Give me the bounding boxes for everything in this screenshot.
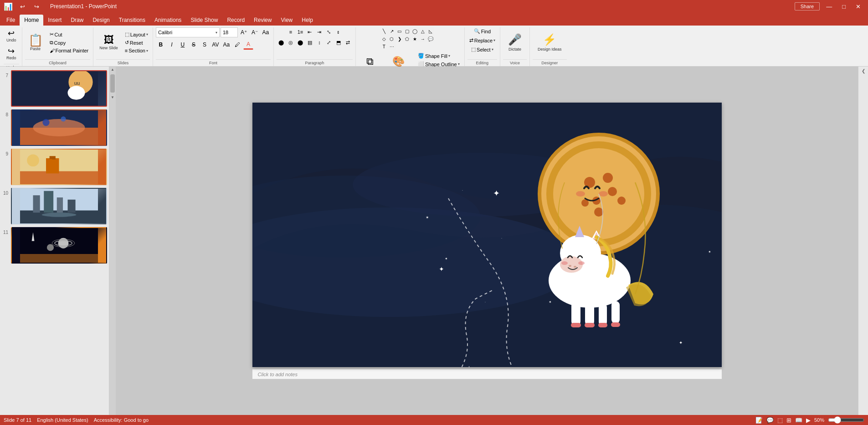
redo-quick-btn[interactable]: ↪ xyxy=(31,2,43,11)
notes-bar[interactable]: Click to add notes xyxy=(252,369,722,379)
shape-chevron[interactable]: ❯ xyxy=(396,35,403,42)
share-button[interactable]: Share xyxy=(795,2,820,10)
comments-icon[interactable]: 💬 xyxy=(766,417,774,424)
slide-item-8[interactable]: 8 xyxy=(2,109,107,146)
design-ideas-button[interactable]: ⚡ Design Ideas xyxy=(533,31,567,54)
collapse-icon[interactable]: ❮ xyxy=(862,68,865,73)
tab-record[interactable]: Record xyxy=(222,15,249,26)
align-text-btn[interactable]: ⬒ xyxy=(334,38,343,47)
tab-insert[interactable]: Insert xyxy=(43,15,66,26)
layout-button[interactable]: ⬚ Layout ▾ xyxy=(123,31,150,38)
align-left-btn[interactable]: ⬤ xyxy=(277,38,286,47)
cut-button[interactable]: ✂ Cut xyxy=(48,31,91,38)
shape-text[interactable]: T xyxy=(380,43,388,50)
tab-file[interactable]: File xyxy=(2,15,20,26)
slide-item-7[interactable]: 7 uu xyxy=(2,70,107,107)
shape-more[interactable]: ⋯ xyxy=(388,43,395,50)
slide-sorter-icon[interactable]: ⊞ xyxy=(786,417,791,424)
shape-arrow[interactable]: → xyxy=(419,35,426,42)
slide-item-11[interactable]: 11 xyxy=(2,227,107,264)
shape-pentagon[interactable]: ⬠ xyxy=(404,35,411,42)
tab-animations[interactable]: Animations xyxy=(150,15,186,26)
tab-transitions[interactable]: Transitions xyxy=(114,15,150,26)
font-case-btn[interactable]: Aa xyxy=(221,40,231,50)
decrease-font-btn[interactable]: A⁻ xyxy=(250,27,260,37)
zoom-slider[interactable] xyxy=(828,416,864,424)
shape-line[interactable]: ╲ xyxy=(380,27,388,35)
find-button[interactable]: 🔍 Find xyxy=(472,27,493,35)
shape-hex[interactable]: ⬡ xyxy=(388,35,395,42)
tab-draw[interactable]: Draw xyxy=(66,15,88,26)
replace-button[interactable]: ⇄ Replace ▾ xyxy=(467,36,497,44)
shape-oval[interactable]: ◯ xyxy=(411,27,419,35)
tab-home[interactable]: Home xyxy=(20,15,43,26)
slide-canvas[interactable]: ✦ ✦ ✦ ✦ ✦ ✶ ✶ · ✶ · ✶ · ✶ ✶ ✶ ✶ ✶ · · xyxy=(252,103,722,367)
tab-review[interactable]: Review xyxy=(249,15,276,26)
strikethrough-button[interactable]: S xyxy=(189,40,199,50)
shape-star[interactable]: ★ xyxy=(411,35,419,42)
shape-diamond[interactable]: ◇ xyxy=(380,35,388,42)
redo-button[interactable]: ↪ Redo xyxy=(4,45,19,62)
align-center-btn[interactable]: ◎ xyxy=(286,38,295,47)
canvas-area[interactable]: ✦ ✦ ✦ ✦ ✦ ✶ ✶ · ✶ · ✶ · ✶ ✶ ✶ ✶ ✶ · · xyxy=(116,67,858,415)
format-painter-button[interactable]: 🖌 Format Painter xyxy=(48,47,91,54)
scroll-up-arrow[interactable]: ▲ xyxy=(110,67,115,73)
bold-button[interactable]: B xyxy=(156,40,166,50)
columns-btn[interactable]: ⫾ xyxy=(334,27,343,36)
clear-format-btn[interactable]: Aa xyxy=(261,27,271,37)
italic-button[interactable]: I xyxy=(167,40,177,50)
shape-isosceles[interactable]: △ xyxy=(419,27,426,35)
slide-thumb-9[interactable] xyxy=(11,149,107,185)
justify-btn[interactable]: ▤ xyxy=(305,38,314,47)
slide-thumb-8[interactable] xyxy=(11,109,107,146)
slide-item-9[interactable]: 9 xyxy=(2,149,107,185)
underline-button[interactable]: U xyxy=(178,40,188,50)
dictate-button[interactable]: 🎤 Dictate xyxy=(503,31,527,54)
shape-fill-button[interactable]: 🪣 Shape Fill ▾ xyxy=(416,52,462,60)
decrease-indent-btn[interactable]: ⇤ xyxy=(305,27,314,36)
numbering-btn[interactable]: 1≡ xyxy=(296,27,305,36)
maximize-button[interactable]: □ xyxy=(838,2,849,11)
minimize-button[interactable]: — xyxy=(822,2,836,11)
new-slide-button[interactable]: 🖼 New Slide xyxy=(96,33,121,52)
font-color-btn[interactable]: A xyxy=(243,40,253,50)
paste-button[interactable]: 📋 Paste xyxy=(25,32,46,53)
shape-round-rect[interactable]: ▢ xyxy=(404,27,411,35)
slide-thumb-7[interactable]: uu xyxy=(11,70,107,107)
increase-indent-btn[interactable]: ⇥ xyxy=(315,27,324,36)
shadow-button[interactable]: S xyxy=(200,40,210,50)
scroll-thumb[interactable] xyxy=(110,74,115,93)
tab-design[interactable]: Design xyxy=(88,15,114,26)
section-button[interactable]: ≡ Section ▾ xyxy=(123,47,150,54)
text-direction-btn[interactable]: ⤢ xyxy=(324,38,334,47)
slide-thumb-11[interactable] xyxy=(11,227,107,264)
font-name-selector[interactable]: Calibri ▾ xyxy=(156,27,220,37)
slide-thumb-10[interactable] xyxy=(11,188,107,224)
select-button[interactable]: ⬚ Select ▾ xyxy=(469,46,495,53)
shape-connector[interactable]: ↗ xyxy=(388,27,395,35)
undo-quick-btn[interactable]: ↩ xyxy=(16,2,29,11)
char-spacing-btn[interactable]: AV xyxy=(211,40,221,50)
increase-font-btn[interactable]: A⁺ xyxy=(239,27,249,37)
slide-panel-scrollbar[interactable]: ▲ ▼ xyxy=(109,67,116,415)
shape-rect[interactable]: ▭ xyxy=(396,27,403,35)
scroll-down-arrow[interactable]: ▼ xyxy=(110,94,115,100)
shape-right-tri[interactable]: ◺ xyxy=(427,27,434,35)
smart-art-btn[interactable]: ⤡ xyxy=(324,27,334,36)
normal-view-icon[interactable]: ⬚ xyxy=(777,417,783,424)
undo-button[interactable]: ↩ Undo xyxy=(4,27,19,44)
tab-view[interactable]: View xyxy=(276,15,297,26)
reading-view-icon[interactable]: 📖 xyxy=(795,417,802,424)
convert-smartart-btn[interactable]: ⇄ xyxy=(344,38,353,47)
close-button[interactable]: ✕ xyxy=(852,2,864,11)
font-size-selector[interactable]: 18 xyxy=(221,27,238,37)
slide-item-10[interactable]: 10 xyxy=(2,188,107,224)
line-spacing-btn[interactable]: ↕ xyxy=(315,38,324,47)
highlight-btn[interactable]: 🖊 xyxy=(232,40,242,50)
tab-help[interactable]: Help xyxy=(297,15,318,26)
notes-toggle-icon[interactable]: 📝 xyxy=(755,417,763,424)
shape-callout[interactable]: 💬 xyxy=(427,35,434,42)
tab-slideshow[interactable]: Slide Show xyxy=(186,15,222,26)
copy-button[interactable]: ⧉ Copy xyxy=(48,39,91,47)
bullets-btn[interactable]: ≡ xyxy=(286,27,295,36)
